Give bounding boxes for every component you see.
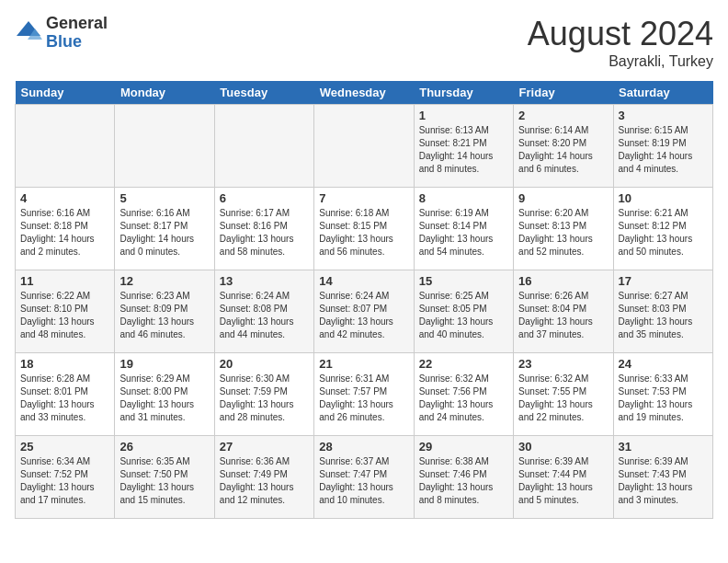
calendar-cell <box>314 105 414 188</box>
day-number: 2 <box>518 109 608 122</box>
day-number: 24 <box>619 357 708 371</box>
calendar-cell: 24Sunrise: 6:33 AM Sunset: 7:53 PM Dayli… <box>613 353 712 436</box>
day-info: Sunrise: 6:22 AM Sunset: 8:10 PM Dayligh… <box>20 290 109 341</box>
day-info: Sunrise: 6:32 AM Sunset: 7:56 PM Dayligh… <box>419 373 508 424</box>
calendar-cell: 31Sunrise: 6:39 AM Sunset: 7:43 PM Dayli… <box>613 436 712 519</box>
calendar-cell: 22Sunrise: 6:32 AM Sunset: 7:56 PM Dayli… <box>414 353 513 436</box>
day-number: 4 <box>20 191 109 205</box>
day-number: 7 <box>319 191 408 205</box>
logo-general-text: General <box>46 15 108 33</box>
calendar-cell: 8Sunrise: 6:19 AM Sunset: 8:14 PM Daylig… <box>414 188 513 270</box>
calendar-cell: 30Sunrise: 6:39 AM Sunset: 7:44 PM Dayli… <box>514 436 613 519</box>
day-info: Sunrise: 6:33 AM Sunset: 7:53 PM Dayligh… <box>619 373 708 424</box>
day-info: Sunrise: 6:32 AM Sunset: 7:55 PM Dayligh… <box>518 373 608 424</box>
day-number: 10 <box>619 191 708 205</box>
day-info: Sunrise: 6:16 AM Sunset: 8:17 PM Dayligh… <box>119 207 209 259</box>
calendar-cell <box>16 105 115 188</box>
calendar-cell: 20Sunrise: 6:30 AM Sunset: 7:59 PM Dayli… <box>214 353 313 436</box>
day-info: Sunrise: 6:28 AM Sunset: 8:01 PM Dayligh… <box>20 373 109 424</box>
calendar-cell: 1Sunrise: 6:13 AM Sunset: 8:21 PM Daylig… <box>414 105 513 188</box>
week-row-5: 25Sunrise: 6:34 AM Sunset: 7:52 PM Dayli… <box>16 436 713 519</box>
calendar-cell: 2Sunrise: 6:14 AM Sunset: 8:20 PM Daylig… <box>514 105 613 188</box>
calendar-cell: 26Sunrise: 6:35 AM Sunset: 7:50 PM Dayli… <box>115 436 214 519</box>
day-number: 19 <box>119 357 209 371</box>
day-number: 22 <box>419 357 508 371</box>
day-number: 31 <box>619 440 708 454</box>
day-header-friday: Friday <box>514 81 613 105</box>
logo-blue-text: Blue <box>46 33 108 52</box>
calendar-cell: 23Sunrise: 6:32 AM Sunset: 7:55 PM Dayli… <box>514 353 613 436</box>
day-number: 26 <box>119 440 209 454</box>
calendar-cell: 12Sunrise: 6:23 AM Sunset: 8:09 PM Dayli… <box>115 270 214 353</box>
day-info: Sunrise: 6:24 AM Sunset: 8:08 PM Dayligh… <box>220 290 309 341</box>
day-info: Sunrise: 6:13 AM Sunset: 8:21 PM Dayligh… <box>419 124 508 176</box>
day-info: Sunrise: 6:36 AM Sunset: 7:49 PM Dayligh… <box>220 455 309 507</box>
calendar-cell: 13Sunrise: 6:24 AM Sunset: 8:08 PM Dayli… <box>214 270 313 353</box>
location: Bayrakli, Turkey <box>528 53 713 70</box>
day-info: Sunrise: 6:24 AM Sunset: 8:07 PM Dayligh… <box>319 290 408 341</box>
day-info: Sunrise: 6:26 AM Sunset: 8:04 PM Dayligh… <box>518 290 608 341</box>
day-info: Sunrise: 6:31 AM Sunset: 7:57 PM Dayligh… <box>319 373 408 424</box>
day-number: 21 <box>319 357 408 371</box>
week-row-3: 11Sunrise: 6:22 AM Sunset: 8:10 PM Dayli… <box>16 270 713 353</box>
calendar-cell: 16Sunrise: 6:26 AM Sunset: 8:04 PM Dayli… <box>514 270 613 353</box>
day-info: Sunrise: 6:15 AM Sunset: 8:19 PM Dayligh… <box>619 124 708 176</box>
day-number: 23 <box>518 357 608 371</box>
day-info: Sunrise: 6:38 AM Sunset: 7:46 PM Dayligh… <box>419 455 508 507</box>
day-number: 8 <box>419 191 508 205</box>
calendar-cell: 18Sunrise: 6:28 AM Sunset: 8:01 PM Dayli… <box>16 353 115 436</box>
day-info: Sunrise: 6:17 AM Sunset: 8:16 PM Dayligh… <box>220 207 309 259</box>
day-info: Sunrise: 6:29 AM Sunset: 8:00 PM Dayligh… <box>119 373 209 424</box>
day-header-thursday: Thursday <box>414 81 513 105</box>
day-number: 28 <box>319 440 408 454</box>
week-row-2: 4Sunrise: 6:16 AM Sunset: 8:18 PM Daylig… <box>16 188 713 270</box>
day-number: 1 <box>419 109 508 122</box>
day-number: 16 <box>518 274 608 288</box>
day-header-monday: Monday <box>115 81 214 105</box>
calendar-cell: 4Sunrise: 6:16 AM Sunset: 8:18 PM Daylig… <box>16 188 115 270</box>
calendar-cell: 19Sunrise: 6:29 AM Sunset: 8:00 PM Dayli… <box>115 353 214 436</box>
day-info: Sunrise: 6:39 AM Sunset: 7:44 PM Dayligh… <box>518 455 608 507</box>
day-number: 29 <box>419 440 508 454</box>
calendar-cell <box>214 105 313 188</box>
calendar-cell: 29Sunrise: 6:38 AM Sunset: 7:46 PM Dayli… <box>414 436 513 519</box>
day-number: 6 <box>220 191 309 205</box>
day-info: Sunrise: 6:35 AM Sunset: 7:50 PM Dayligh… <box>119 455 209 507</box>
day-info: Sunrise: 6:37 AM Sunset: 7:47 PM Dayligh… <box>319 455 408 507</box>
calendar-cell <box>115 105 214 188</box>
day-number: 30 <box>518 440 608 454</box>
day-number: 14 <box>319 274 408 288</box>
calendar-cell: 9Sunrise: 6:20 AM Sunset: 8:13 PM Daylig… <box>514 188 613 270</box>
day-info: Sunrise: 6:25 AM Sunset: 8:05 PM Dayligh… <box>419 290 508 341</box>
logo: General Blue <box>15 15 108 52</box>
day-number: 18 <box>20 357 109 371</box>
day-number: 12 <box>119 274 209 288</box>
calendar-cell: 10Sunrise: 6:21 AM Sunset: 8:12 PM Dayli… <box>613 188 712 270</box>
calendar-cell: 3Sunrise: 6:15 AM Sunset: 8:19 PM Daylig… <box>613 105 712 188</box>
day-info: Sunrise: 6:39 AM Sunset: 7:43 PM Dayligh… <box>619 455 708 507</box>
day-header-saturday: Saturday <box>613 81 712 105</box>
calendar-cell: 25Sunrise: 6:34 AM Sunset: 7:52 PM Dayli… <box>16 436 115 519</box>
day-info: Sunrise: 6:14 AM Sunset: 8:20 PM Dayligh… <box>518 124 608 176</box>
day-number: 5 <box>119 191 209 205</box>
day-info: Sunrise: 6:18 AM Sunset: 8:15 PM Dayligh… <box>319 207 408 259</box>
calendar-cell: 7Sunrise: 6:18 AM Sunset: 8:15 PM Daylig… <box>314 188 414 270</box>
day-header-sunday: Sunday <box>16 81 115 105</box>
calendar-cell: 28Sunrise: 6:37 AM Sunset: 7:47 PM Dayli… <box>314 436 414 519</box>
day-info: Sunrise: 6:16 AM Sunset: 8:18 PM Dayligh… <box>20 207 109 259</box>
day-number: 27 <box>220 440 309 454</box>
day-header-tuesday: Tuesday <box>214 81 313 105</box>
calendar-cell: 17Sunrise: 6:27 AM Sunset: 8:03 PM Dayli… <box>613 270 712 353</box>
month-year: August 2024 <box>528 15 713 53</box>
day-number: 25 <box>20 440 109 454</box>
day-info: Sunrise: 6:34 AM Sunset: 7:52 PM Dayligh… <box>20 455 109 507</box>
calendar-cell: 21Sunrise: 6:31 AM Sunset: 7:57 PM Dayli… <box>314 353 414 436</box>
title-block: August 2024 Bayrakli, Turkey <box>528 15 713 70</box>
logo-icon <box>15 19 42 47</box>
page-header: General Blue August 2024 Bayrakli, Turke… <box>15 15 713 70</box>
day-info: Sunrise: 6:20 AM Sunset: 8:13 PM Dayligh… <box>518 207 608 259</box>
day-number: 20 <box>220 357 309 371</box>
calendar-cell: 27Sunrise: 6:36 AM Sunset: 7:49 PM Dayli… <box>214 436 313 519</box>
day-number: 9 <box>518 191 608 205</box>
calendar-cell: 15Sunrise: 6:25 AM Sunset: 8:05 PM Dayli… <box>414 270 513 353</box>
